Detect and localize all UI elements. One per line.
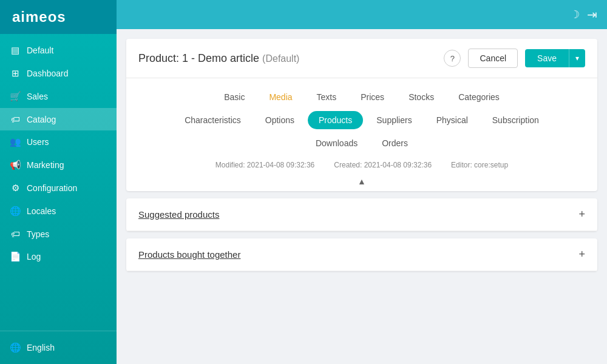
sidebar-item-label: Types	[27, 229, 49, 239]
cancel-button[interactable]: Cancel	[468, 49, 518, 68]
marketing-icon: 📢	[10, 160, 21, 170]
sidebar: aimeos ▤ Default ⊞ Dashboard 🛒 Sales 🏷 C…	[0, 0, 117, 364]
sidebar-bottom: 🌐 English	[0, 331, 117, 364]
tab-characteristics[interactable]: Characteristics	[174, 111, 252, 129]
tab-orders[interactable]: Orders	[371, 134, 419, 152]
main-area: ☽ ⇥ Product: 1 - Demo article (Default) …	[117, 0, 607, 364]
editor-text: Editor: core:setup	[451, 161, 508, 169]
help-button[interactable]: ?	[444, 50, 461, 67]
sidebar-item-label: Locales	[27, 206, 56, 216]
sidebar-item-default[interactable]: ▤ Default	[0, 39, 117, 62]
users-icon: 👥	[10, 136, 21, 147]
meta-row: Modified: 2021-04-08 09:32:36 Created: 2…	[126, 155, 597, 174]
dashboard-icon: ⊞	[10, 68, 21, 79]
sidebar-item-locales[interactable]: 🌐 Locales	[0, 200, 117, 223]
collapse-button[interactable]: ▲	[358, 177, 366, 186]
sidebar-item-marketing[interactable]: 📢 Marketing	[0, 153, 117, 177]
created-text: Created: 2021-04-08 09:32:36	[334, 161, 432, 169]
bought-together-title: Products bought together	[138, 249, 240, 260]
sidebar-item-dashboard[interactable]: ⊞ Dashboard	[0, 62, 117, 85]
bought-together-card: Products bought together +	[126, 238, 597, 271]
types-icon: 🏷	[10, 229, 21, 239]
sidebar-item-label: Catalog	[27, 115, 56, 124]
tab-physical[interactable]: Physical	[426, 111, 479, 129]
tab-stocks[interactable]: Stocks	[398, 88, 445, 106]
save-dropdown-arrow[interactable]: ▾	[569, 49, 585, 67]
tab-media[interactable]: Media	[258, 88, 303, 106]
sidebar-nav: ▤ Default ⊞ Dashboard 🛒 Sales 🏷 Catalog …	[0, 34, 117, 331]
save-button-group: Save ▾	[525, 49, 585, 67]
locales-icon: 🌐	[10, 206, 21, 217]
sidebar-logo: aimeos	[0, 0, 117, 34]
default-badge: (Default)	[262, 53, 299, 64]
bought-together-header[interactable]: Products bought together +	[126, 238, 597, 271]
sales-icon: 🛒	[10, 91, 21, 102]
tab-prices[interactable]: Prices	[350, 88, 395, 106]
modified-text: Modified: 2021-04-08 09:32:36	[215, 161, 314, 169]
product-header-card: Product: 1 - Demo article (Default) ? Ca…	[126, 39, 597, 191]
suggested-products-header[interactable]: Suggested products +	[126, 198, 597, 231]
tab-texts[interactable]: Texts	[306, 88, 348, 106]
sidebar-item-label: English	[27, 343, 55, 352]
tab-products[interactable]: Products	[308, 111, 363, 129]
catalog-icon: 🏷	[10, 114, 21, 124]
configuration-icon: ⚙	[10, 183, 21, 194]
product-header-row: Product: 1 - Demo article (Default) ? Ca…	[126, 39, 597, 78]
sidebar-item-log[interactable]: 📄 Log	[0, 245, 117, 268]
suggested-products-card: Suggested products +	[126, 198, 597, 231]
dark-mode-icon[interactable]: ☽	[570, 8, 580, 21]
sidebar-item-label: Sales	[27, 92, 48, 101]
suggested-products-plus[interactable]: +	[578, 208, 585, 221]
tabs-container: Basic Media Texts Prices Stocks Categori…	[126, 78, 597, 155]
product-title: Product: 1 - Demo article (Default)	[138, 52, 436, 65]
sidebar-item-label: Log	[27, 252, 41, 261]
log-icon: 📄	[10, 251, 21, 262]
sidebar-item-label: Dashboard	[27, 69, 69, 78]
sidebar-item-users[interactable]: 👥 Users	[0, 130, 117, 153]
bought-together-plus[interactable]: +	[578, 248, 585, 261]
sidebar-item-sales[interactable]: 🛒 Sales	[0, 85, 117, 108]
content-area: Product: 1 - Demo article (Default) ? Ca…	[117, 29, 607, 364]
tabs-row-1: Basic Media Texts Prices Stocks Categori…	[136, 86, 588, 109]
sidebar-item-types[interactable]: 🏷 Types	[0, 223, 117, 245]
sidebar-item-label: Default	[27, 46, 53, 55]
suggested-products-title: Suggested products	[138, 209, 219, 220]
save-button[interactable]: Save	[525, 49, 569, 67]
tabs-row-2: Characteristics Options Products Supplie…	[136, 109, 588, 132]
tabs-row-3: Downloads Orders	[136, 132, 588, 155]
tab-options[interactable]: Options	[254, 111, 305, 129]
default-icon: ▤	[10, 45, 21, 56]
sidebar-item-label: Marketing	[27, 160, 64, 170]
tab-categories[interactable]: Categories	[447, 88, 510, 106]
sidebar-item-label: Users	[27, 137, 49, 147]
tab-suppliers[interactable]: Suppliers	[365, 111, 422, 129]
sidebar-item-english[interactable]: 🌐 English	[10, 337, 107, 358]
tab-subscription[interactable]: Subscription	[481, 111, 550, 129]
english-icon: 🌐	[10, 342, 21, 353]
sidebar-item-catalog[interactable]: 🏷 Catalog	[0, 108, 117, 130]
sidebar-item-configuration[interactable]: ⚙ Configuration	[0, 177, 117, 200]
sidebar-item-label: Configuration	[27, 183, 77, 193]
tab-downloads[interactable]: Downloads	[305, 134, 368, 152]
logo-text: aimeos	[12, 8, 66, 25]
tab-basic[interactable]: Basic	[213, 88, 256, 106]
topbar: ☽ ⇥	[117, 0, 607, 29]
logout-icon[interactable]: ⇥	[587, 7, 597, 22]
collapse-row: ▲	[126, 174, 597, 191]
